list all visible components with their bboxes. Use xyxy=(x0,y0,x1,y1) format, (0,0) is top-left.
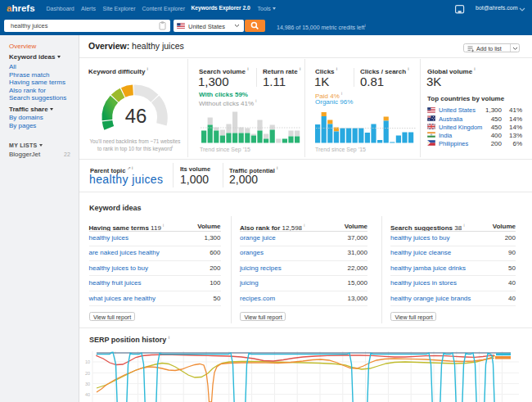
svg-text:40: 40 xyxy=(85,392,90,397)
svg-text:20: 20 xyxy=(85,371,90,376)
svg-text:30: 30 xyxy=(85,382,90,386)
svg-text:10: 10 xyxy=(85,359,90,364)
